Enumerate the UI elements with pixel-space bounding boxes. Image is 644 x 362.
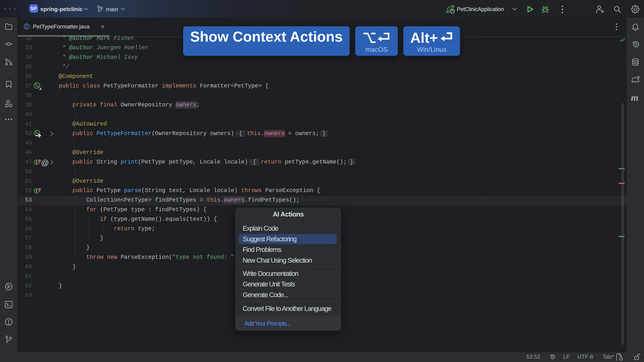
svg-text:C: C <box>25 24 28 29</box>
